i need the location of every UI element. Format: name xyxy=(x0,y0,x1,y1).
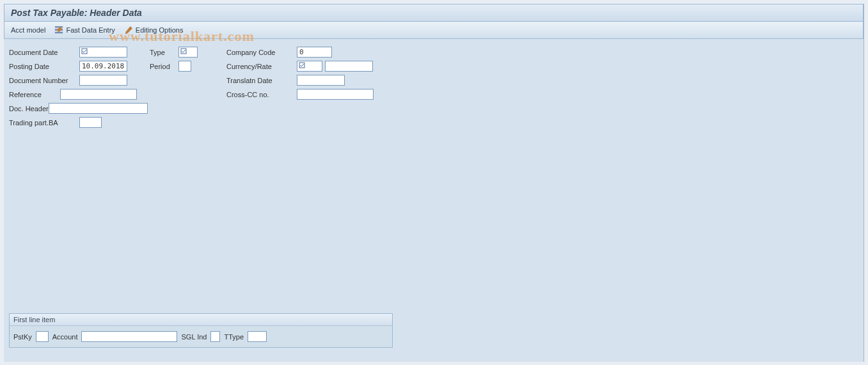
document-number-label: Document Number xyxy=(9,77,79,84)
doc-header-input[interactable] xyxy=(49,103,148,114)
first-line-item-title: First line item xyxy=(10,314,392,326)
page-title: Post Tax Payable: Header Data xyxy=(4,4,864,21)
account-label: Account xyxy=(52,333,78,341)
fast-data-entry-label: Fast Data Entry xyxy=(66,26,114,34)
acct-model-button[interactable]: Acct model xyxy=(11,26,45,34)
company-code-label: Company Code xyxy=(226,49,297,56)
fast-data-entry-button[interactable]: Fast Data Entry xyxy=(54,26,114,35)
sgl-ind-input[interactable] xyxy=(210,331,220,342)
rate-input[interactable] xyxy=(325,61,373,72)
company-code-input[interactable] xyxy=(297,47,332,58)
acct-model-label: Acct model xyxy=(11,26,45,34)
trading-part-ba-label: Trading part.BA xyxy=(9,119,79,127)
ttype-input[interactable] xyxy=(248,331,267,342)
currency-rate-label: Currency/Rate xyxy=(226,63,297,70)
first-line-item-group: First line item PstKy Account SGL Ind TT… xyxy=(9,313,393,348)
sgl-ind-label: SGL Ind xyxy=(181,333,207,341)
pstky-label: PstKy xyxy=(13,333,32,341)
toolbar: Acct model Fast Data Entry Editing Optio… xyxy=(4,21,864,39)
form-area: Document Date Posting Date Document Numb… xyxy=(4,39,864,362)
translatn-date-input[interactable] xyxy=(297,75,345,86)
cross-cc-no-label: Cross-CC no. xyxy=(226,91,297,98)
type-label: Type xyxy=(150,49,178,56)
pstky-input[interactable] xyxy=(36,331,49,342)
document-date-input[interactable] xyxy=(79,47,127,58)
period-input[interactable] xyxy=(178,61,191,72)
editing-options-label: Editing Options xyxy=(136,26,184,34)
account-input[interactable] xyxy=(81,331,177,342)
posting-date-label: Posting Date xyxy=(9,63,79,70)
currency-input[interactable] xyxy=(297,61,322,72)
document-date-label: Document Date xyxy=(9,49,79,56)
type-input[interactable] xyxy=(178,47,198,58)
edit-table-icon xyxy=(54,26,63,35)
pencil-icon xyxy=(124,26,133,35)
doc-header-label: Doc. Header xyxy=(9,105,49,113)
posting-date-input[interactable] xyxy=(79,61,127,72)
document-number-input[interactable] xyxy=(79,75,127,86)
reference-label: Reference xyxy=(9,91,60,98)
ttype-label: TType xyxy=(224,333,244,341)
translatn-date-label: Translatn Date xyxy=(226,77,297,84)
cross-cc-no-input[interactable] xyxy=(297,89,374,100)
trading-part-ba-input[interactable] xyxy=(79,117,102,128)
editing-options-button[interactable]: Editing Options xyxy=(124,26,184,35)
reference-input[interactable] xyxy=(60,89,137,100)
period-label: Period xyxy=(150,63,178,70)
